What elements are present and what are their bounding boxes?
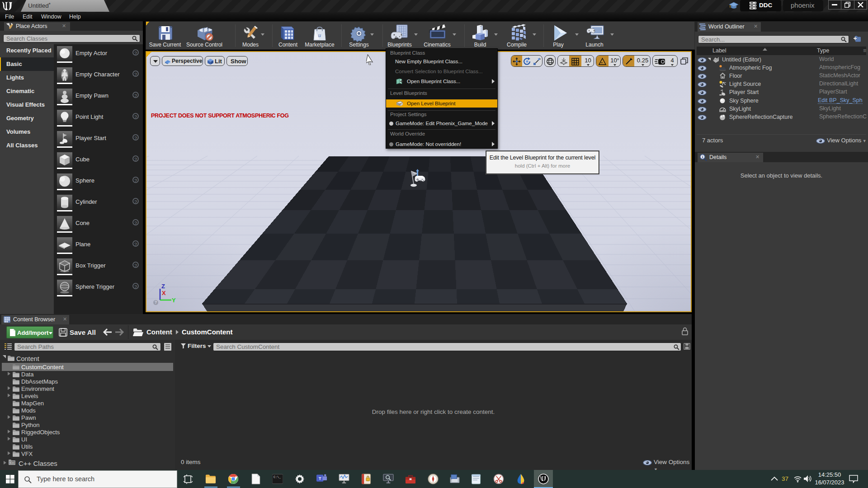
svg-text:C:\_: C:\_ <box>274 475 281 479</box>
svg-text:u: u <box>318 32 321 38</box>
svg-text:Y: Y <box>172 297 176 304</box>
svg-text:T: T <box>319 476 321 481</box>
svg-text:C++: C++ <box>10 461 14 464</box>
svg-text:X: X <box>162 290 166 296</box>
svg-text:Z: Z <box>161 283 165 290</box>
